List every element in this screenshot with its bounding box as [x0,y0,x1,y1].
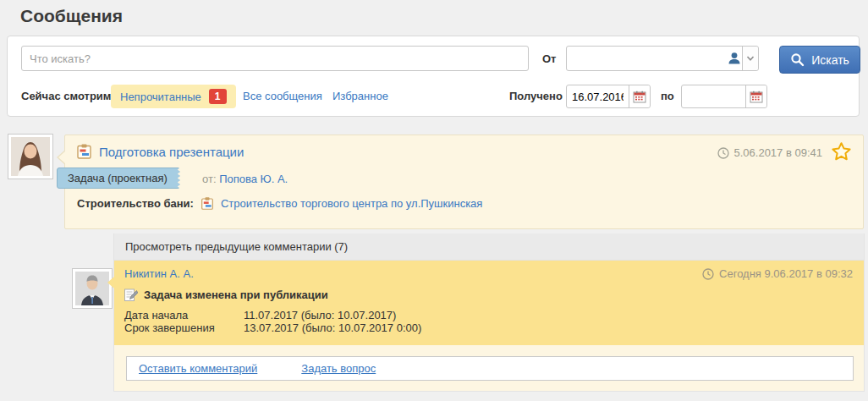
message-from-line: от: Попова Ю. А. [202,173,288,185]
favorite-star-icon[interactable] [831,141,852,162]
filter-all-messages[interactable]: Все сообщения [243,90,322,102]
clock-icon [717,147,729,159]
show-previous-comments[interactable]: Просмотреть предыдущие комментарии (7) [114,233,864,261]
ask-question-link[interactable]: Задать вопрос [301,362,376,375]
date-to-input[interactable] [682,85,745,107]
note-edit-icon [124,288,138,302]
field-row: Срок завершения 13.07.2017 (было: 10.07.… [124,321,421,334]
task-icon [201,196,214,211]
commenter-avatar[interactable] [72,268,113,309]
page-title: Сообщения [20,6,123,26]
field-label: Дата начала [124,309,244,321]
comment-event-line: Задача изменена при публикации [124,288,328,302]
person-picker-button[interactable] [726,51,742,66]
from-label: От [542,52,556,65]
field-value: 13.07.2017 (было: 10.07.2017 0:00) [244,321,421,334]
filter-section-label: Сейчас смотрим [21,90,111,102]
field-value: 11.07.2017 (было: 10.07.2017) [244,309,396,321]
received-label: Получено [509,90,563,102]
comments-section: Просмотреть предыдущие комментарии (7) Н… [113,233,865,392]
search-button[interactable]: Искать [779,46,860,74]
comment-author-link[interactable]: Никитин А. А. [124,267,194,280]
project-line: Строительство бани: Строительство торгов… [77,196,482,211]
calendar-icon [750,91,763,103]
comment-actions-footer: Оставить комментарий Задать вопрос [114,345,864,391]
woman-avatar-image [11,137,50,176]
comment-item: Никитин А. А. Сегодня 9.06.2017 в 09:32 … [114,261,864,345]
leave-comment-link[interactable]: Оставить комментарий [139,362,257,375]
date-from-calendar-button[interactable] [629,85,650,107]
search-toolbar: От Искать Сейчас смотрим Непрочитанные 1… [7,36,860,117]
card-pointer [58,151,66,164]
field-row: Дата начала 11.07.2017 (было: 10.07.2017… [124,309,421,321]
person-icon [727,51,742,66]
man-avatar-image [75,272,109,305]
message-title-link[interactable]: Подготовка презентации [99,145,244,159]
calendar-icon [633,91,646,103]
from-dropdown-button[interactable] [743,47,758,70]
comment-fields: Дата начала 11.07.2017 (было: 10.07.2017… [124,309,421,334]
project-task-link[interactable]: Строительство торгового центра по ул.Пуш… [221,197,483,210]
comment-timestamp-wrap: Сегодня 9.06.2017 в 09:32 [702,267,853,280]
search-button-label: Искать [811,53,849,67]
clock-icon [702,268,714,280]
comment-event-text: Задача изменена при публикации [144,288,328,301]
sender-avatar[interactable] [8,134,53,179]
filter-unread[interactable]: Непрочитанные 1 [111,85,236,108]
message-author-link[interactable]: Попова Ю. А. [219,173,288,185]
date-to-calendar-button[interactable] [745,85,766,107]
search-icon [790,52,805,67]
comment-pointer [107,277,114,288]
comment-timestamp: Сегодня 9.06.2017 в 09:32 [719,267,853,280]
message-card: Подготовка презентации 5.06.2017 в 09:41… [64,135,864,229]
from-input[interactable] [567,47,726,70]
message-timestamp: 5.06.2017 в 09:41 [734,146,823,159]
comment-actions-bar: Оставить комментарий Задать вопрос [126,356,854,381]
project-label: Строительство бани: [77,197,194,210]
search-input[interactable] [21,46,529,71]
date-from-field [566,85,651,108]
filter-unread-label: Непрочитанные [120,91,201,103]
unread-count-badge: 1 [209,89,227,104]
date-from-input[interactable] [567,85,629,107]
date-to-field [681,85,767,108]
message-type-badge: Задача (проектная) [57,168,180,189]
filter-favorites[interactable]: Избранное [332,90,388,102]
to-label: по [661,90,674,102]
message-timestamp-wrap: 5.06.2017 в 09:41 [717,146,823,159]
task-icon [76,143,92,160]
chevron-down-icon [745,53,755,63]
from-prefix: от: [202,173,217,185]
from-field [566,46,759,71]
field-label: Срок завершения [124,321,244,334]
